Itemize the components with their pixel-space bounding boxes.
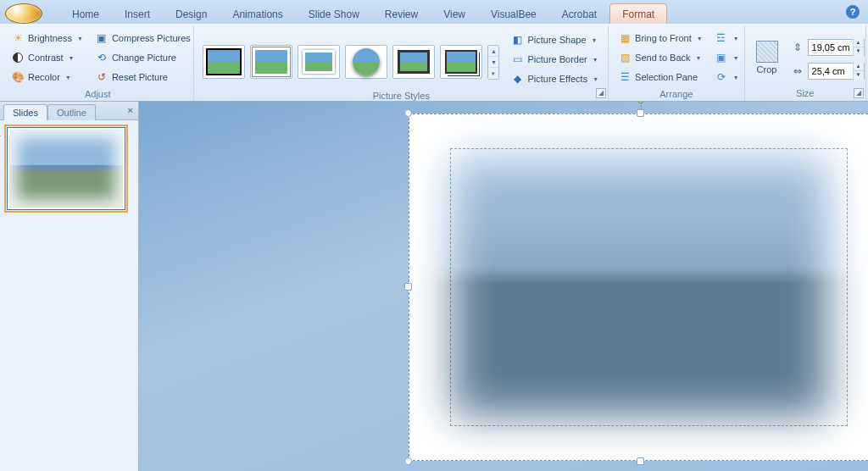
height-spinner[interactable]: ▲▼: [808, 39, 865, 56]
panel-tabs: Slides Outline ×: [0, 102, 138, 120]
bring-to-front-icon: ▦: [618, 31, 632, 45]
picture-effects-button[interactable]: ◆ Picture Effects ▼: [506, 69, 603, 88]
tab-review[interactable]: Review: [372, 3, 431, 24]
style-thumb-3[interactable]: [298, 45, 340, 79]
recolor-button[interactable]: 🎨 Recolor ▼: [7, 68, 87, 86]
send-to-back-icon: ▧: [618, 51, 632, 64]
slide-thumb-1[interactable]: 1: [7, 127, 125, 210]
picture-effects-label: Picture Effects: [527, 74, 587, 84]
gallery-scroll-up[interactable]: ▲: [488, 46, 498, 57]
picture-border-label: Picture Border: [527, 54, 587, 64]
spin-up[interactable]: ▲: [854, 63, 864, 71]
tab-acrobat[interactable]: Acrobat: [549, 3, 609, 24]
picture-inner-guide: [450, 148, 848, 426]
compress-pictures-button[interactable]: ▣ Compress Pictures: [91, 29, 195, 47]
gallery-scroll-down[interactable]: ▼: [488, 57, 498, 68]
brightness-label: Brightness: [28, 33, 72, 43]
style-thumb-1[interactable]: [203, 45, 245, 79]
picture-styles-gallery: ▲ ▼ ▾: [199, 27, 503, 90]
recolor-icon: 🎨: [11, 70, 25, 84]
resize-handle-tl[interactable]: [404, 109, 412, 117]
crop-button[interactable]: Crop: [750, 36, 784, 79]
reset-picture-icon: ↺: [95, 70, 108, 84]
width-spinner[interactable]: ▲▼: [808, 63, 865, 80]
workspace: Slides Outline × 1: [0, 102, 868, 471]
bring-to-front-button[interactable]: ▦ Bring to Front ▼: [614, 29, 707, 47]
picture-styles-dialog-launcher[interactable]: ◢: [596, 88, 606, 98]
dropdown-arrow-icon: ▼: [733, 36, 739, 42]
bring-to-front-label: Bring to Front: [635, 33, 692, 43]
picture-shape-button[interactable]: ◧ Picture Shape ▼: [506, 30, 603, 49]
selection-pane-label: Selection Pane: [635, 72, 698, 82]
tab-design[interactable]: Design: [163, 3, 220, 24]
recolor-label: Recolor: [28, 72, 60, 82]
resize-handle-t[interactable]: [637, 109, 644, 117]
style-thumb-5[interactable]: [392, 45, 435, 79]
change-picture-button[interactable]: ⟲ Change Picture: [91, 48, 195, 67]
tab-home[interactable]: Home: [59, 3, 112, 24]
style-thumb-4[interactable]: [345, 45, 387, 79]
slide-number: 1: [0, 128, 1, 138]
panel-tab-outline[interactable]: Outline: [47, 104, 96, 120]
help-icon[interactable]: ?: [846, 5, 860, 19]
slides-panel: Slides Outline × 1: [0, 102, 139, 471]
dropdown-arrow-icon: ▼: [697, 36, 703, 42]
style-thumb-2[interactable]: [250, 45, 292, 79]
group-icon: ▣: [715, 51, 728, 64]
contrast-button[interactable]: Contrast ▼: [7, 48, 87, 67]
tab-format[interactable]: Format: [609, 3, 667, 24]
tab-view[interactable]: View: [431, 3, 478, 24]
height-input[interactable]: [809, 42, 853, 53]
contrast-label: Contrast: [28, 53, 64, 63]
panel-tab-slides[interactable]: Slides: [3, 104, 47, 120]
spin-up[interactable]: ▲: [854, 39, 864, 47]
gallery-scroll: ▲ ▼ ▾: [487, 45, 499, 80]
compress-label: Compress Pictures: [112, 33, 191, 43]
selected-picture[interactable]: [409, 114, 868, 461]
group-adjust-label: Adjust: [7, 88, 188, 101]
dropdown-arrow-icon: ▼: [593, 57, 598, 63]
contrast-icon: [11, 51, 25, 64]
slide-canvas[interactable]: [139, 102, 868, 471]
spin-down[interactable]: ▼: [854, 71, 864, 80]
align-button[interactable]: ☲▼: [710, 29, 743, 47]
align-icon: ☲: [715, 31, 728, 45]
group-picture-styles-label: Picture Styles: [199, 90, 603, 103]
compress-icon: ▣: [95, 31, 108, 45]
resize-handle-bl[interactable]: [404, 457, 412, 465]
gallery-more[interactable]: ▾: [488, 68, 498, 79]
width-input[interactable]: [809, 66, 853, 76]
group-size-label: Size: [750, 87, 860, 100]
spin-down[interactable]: ▼: [854, 47, 864, 56]
size-dialog-launcher[interactable]: ◢: [854, 88, 864, 98]
rotation-handle[interactable]: [637, 102, 645, 103]
ribbon-tabs: Home Insert Design Animations Slide Show…: [59, 0, 667, 24]
style-thumb-6[interactable]: [440, 45, 482, 79]
office-button[interactable]: [5, 3, 42, 24]
picture-content: [409, 114, 868, 461]
group-size: Crop ⇕ ▲▼ ⇔ ▲▼ Size: [745, 25, 866, 101]
change-label: Change Picture: [112, 53, 176, 63]
brightness-icon: ☀: [11, 31, 25, 45]
slide-thumb-image: [9, 130, 123, 208]
resize-handle-b[interactable]: [637, 457, 644, 465]
dropdown-arrow-icon: ▼: [69, 55, 75, 61]
selection-pane-icon: ☰: [618, 70, 632, 84]
reset-picture-button[interactable]: ↺ Reset Picture: [91, 68, 195, 86]
group-objects-button[interactable]: ▣▼: [710, 48, 743, 67]
picture-border-button[interactable]: ▭ Picture Border ▼: [506, 50, 603, 69]
resize-handle-l[interactable]: [404, 283, 412, 291]
titlebar: Home Insert Design Animations Slide Show…: [0, 0, 868, 24]
tab-slideshow[interactable]: Slide Show: [296, 3, 372, 24]
panel-close-button[interactable]: ×: [128, 105, 133, 115]
picture-shape-label: Picture Shape: [527, 35, 586, 45]
selection-pane-button[interactable]: ☰ Selection Pane: [614, 68, 707, 86]
send-to-back-button[interactable]: ▧ Send to Back ▼: [614, 48, 707, 67]
group-picture-styles: ▲ ▼ ▾ ◧ Picture Shape ▼ ▭ Picture Border…: [194, 25, 609, 101]
tab-insert[interactable]: Insert: [112, 3, 163, 24]
tab-visualbee[interactable]: VisualBee: [478, 3, 549, 24]
tab-animations[interactable]: Animations: [220, 3, 295, 24]
brightness-button[interactable]: ☀ Brightness ▼: [7, 29, 87, 47]
group-arrange: ▦ Bring to Front ▼ ▧ Send to Back ▼ ☰ Se…: [609, 25, 744, 101]
rotate-button[interactable]: ⟳▼: [710, 68, 743, 86]
